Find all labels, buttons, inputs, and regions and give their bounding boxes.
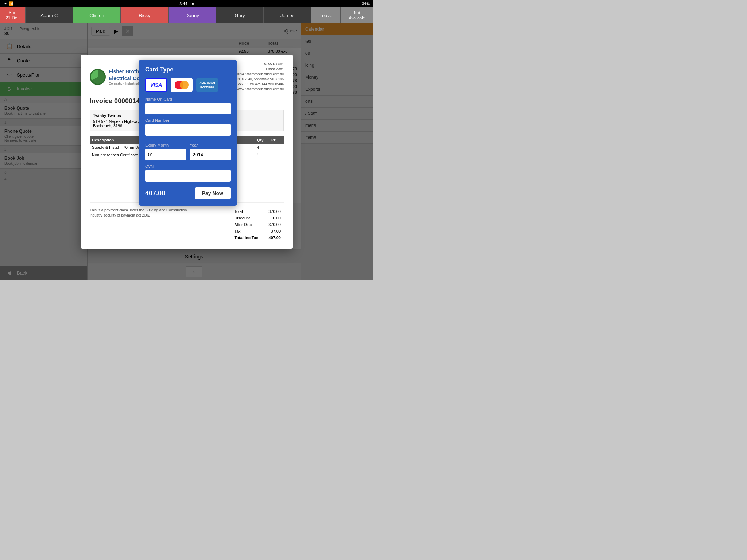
totals-row: After Disc 370.00 — [232, 222, 283, 228]
tab-gary[interactable]: Gary — [216, 7, 264, 23]
status-bar: ✈ 📶 3:44 pm 34% — [0, 0, 374, 7]
card-number-label: Card Number — [145, 118, 231, 122]
tab-bar: Sun 21 Dec Adam C Clinton Ricky Danny Ga… — [0, 7, 374, 23]
tab-ricky[interactable]: Ricky — [121, 7, 169, 23]
name-on-card-label: Name On Card — [145, 97, 231, 101]
totals-row: Tax 37.00 — [232, 228, 283, 234]
expiry-month-label: Expiry Month — [145, 143, 186, 147]
tab-james[interactable]: James — [264, 7, 311, 23]
main-area: JOB 80 Assigned to 📋 Details ❝ Quote ✏ S… — [0, 23, 374, 280]
pay-row: 407.00 Pay Now — [145, 187, 231, 199]
modal-overlay: Fisher BrothersElectrical Contractors Do… — [0, 23, 374, 280]
invoice-note: This is a payment claim under the Buildi… — [90, 208, 192, 241]
status-icons: ✈ 📶 — [4, 1, 14, 6]
mastercard-button[interactable] — [171, 78, 193, 92]
tab-not-available[interactable]: Not Available — [341, 7, 374, 23]
card-payment-panel: Card Type VISA AMERICANEXPRESS Name On C… — [139, 60, 237, 206]
tab-adam[interactable]: Adam C — [26, 7, 73, 23]
expiry-row: Expiry Month Year — [145, 139, 231, 160]
company-logo-circle — [90, 69, 106, 85]
totals-table: Total 370.00 Discount 0.00 After Disc 37… — [231, 208, 284, 241]
company-contact: W 9532 0681 F 9532 0681 E admin@fisherbr… — [229, 62, 284, 92]
tab-danny[interactable]: Danny — [169, 7, 216, 23]
pay-now-button[interactable]: Pay Now — [195, 187, 231, 199]
battery-indicator: 34% — [362, 1, 370, 6]
year-input[interactable] — [190, 149, 231, 160]
tab-leave[interactable]: Leave — [311, 7, 341, 23]
expiry-month-input[interactable] — [145, 149, 186, 160]
wifi-icon: 📶 — [9, 1, 14, 6]
svg-point-1 — [180, 81, 189, 89]
totals-row: Total 370.00 — [232, 209, 283, 214]
name-on-card-input[interactable] — [145, 103, 231, 114]
status-time: 3:44 pm — [179, 1, 194, 6]
card-types: VISA AMERICANEXPRESS — [145, 78, 231, 92]
pay-amount: 407.00 — [145, 190, 165, 197]
amex-card-button[interactable]: AMERICANEXPRESS — [196, 78, 218, 92]
totals-row: Discount 0.00 — [232, 215, 283, 221]
card-panel-title: Card Type — [145, 66, 231, 73]
airplane-icon: ✈ — [4, 1, 7, 6]
totals-row-total: Total Inc Tax 407.00 — [232, 235, 283, 241]
tab-sunday[interactable]: Sun 21 Dec — [0, 7, 26, 23]
invoice-footer: This is a payment claim under the Buildi… — [90, 208, 284, 241]
cvn-label: CVN — [145, 164, 231, 168]
tab-clinton[interactable]: Clinton — [73, 7, 121, 23]
card-number-input[interactable] — [145, 124, 231, 136]
year-label: Year — [190, 143, 231, 147]
cvn-input[interactable] — [145, 170, 231, 182]
visa-card-button[interactable]: VISA — [145, 78, 167, 92]
